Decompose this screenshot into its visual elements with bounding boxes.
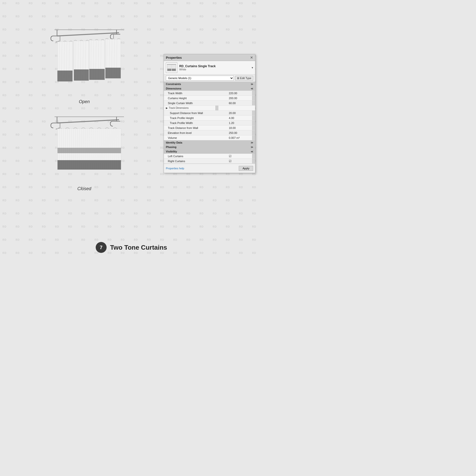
edit-type-button[interactable]: ⊞ Edit Type <box>235 76 253 81</box>
apply-button[interactable]: Apply <box>239 166 253 171</box>
visibility-collapse-icon[interactable]: ≪ <box>251 150 253 153</box>
svg-rect-84 <box>172 69 176 71</box>
right-curtains-sidebar <box>252 159 255 163</box>
svg-rect-30 <box>89 69 105 80</box>
single-curtain-width-label: Single Curtain Width <box>164 101 227 105</box>
track-distance-label: Track Distance from Wall <box>164 126 227 130</box>
curtains-height-sidebar <box>252 96 255 100</box>
track-distance-sidebar <box>252 125 255 130</box>
track-profile-width-row: Track Profile Width 1.20 <box>164 120 255 125</box>
illustrations-area: Open <box>32 20 136 191</box>
track-profile-height-sidebar <box>252 116 255 120</box>
volume-sidebar <box>252 135 255 140</box>
open-label: Open <box>32 99 136 104</box>
visibility-section-header[interactable]: Visibility ≪ <box>164 149 255 154</box>
left-curtains-sidebar <box>252 154 255 158</box>
svg-rect-15 <box>58 71 72 81</box>
main-content: Open <box>0 0 263 263</box>
close-button[interactable]: ✕ <box>250 56 253 60</box>
bottom-badge: 7 Two Tone Curtains <box>0 242 263 253</box>
track-dimensions-row: ▶ Track Dimensions <box>164 106 255 111</box>
dimensions-label: Dimensions <box>166 87 181 90</box>
single-curtain-width-value[interactable]: 60.00 <box>227 101 252 105</box>
track-profile-height-row: Track Profile Height 4.00 <box>164 116 255 120</box>
svg-rect-79 <box>58 148 121 153</box>
single-curtain-width-sidebar <box>252 101 255 105</box>
identity-data-section-header[interactable]: Identity Data ≫ <box>164 140 255 145</box>
elevation-row: Elevation from level 250.00 <box>164 130 255 135</box>
support-distance-value[interactable]: 20.00 <box>227 111 252 115</box>
type-selector-row: Generic Models (1) ⊞ Edit Type <box>164 75 255 82</box>
track-distance-row: Track Distance from Wall 18.00 <box>164 125 255 130</box>
panel-header: RD_Curtains Single Track White ▾ <box>164 61 255 75</box>
track-width-sidebar <box>252 91 255 95</box>
track-profile-width-label: Track Profile Width <box>164 121 227 125</box>
support-distance-sidebar <box>252 111 255 115</box>
component-name: RD_Curtains Single Track White <box>179 64 250 71</box>
svg-line-3 <box>57 33 119 36</box>
right-curtains-row: Right Curtains ☑ <box>164 159 255 164</box>
identity-data-collapse-icon[interactable]: ≫ <box>251 141 253 144</box>
left-curtains-row: Left Curtains ☑ <box>164 154 255 159</box>
visibility-label: Visibility <box>166 150 177 153</box>
edit-type-icon: ⊞ <box>237 77 239 80</box>
curtains-height-label: Curtains Height <box>164 96 227 100</box>
dimensions-collapse-icon[interactable]: ≪ <box>251 87 253 90</box>
curtains-height-row: Curtains Height 200.00 <box>164 96 255 101</box>
edit-type-label: Edit Type <box>240 77 251 80</box>
closed-label: Closed <box>32 186 136 191</box>
open-curtain-svg <box>40 20 129 99</box>
elevation-label: Elevation from level <box>164 131 227 135</box>
track-distance-value[interactable]: 18.00 <box>227 126 252 130</box>
elevation-sidebar <box>252 130 255 135</box>
closed-curtain-svg <box>40 107 129 186</box>
component-name-line1: RD_Curtains Single Track <box>179 64 250 68</box>
constraints-collapse-icon[interactable]: ≫ <box>251 83 253 86</box>
volume-row: Volume 0.007 m³ <box>164 135 255 140</box>
track-profile-height-label: Track Profile Height <box>164 116 227 120</box>
identity-data-label: Identity Data <box>166 141 182 144</box>
track-dimensions-label: Track Dimensions <box>169 107 189 109</box>
right-curtains-checkbox[interactable]: ☑ <box>227 159 252 163</box>
svg-rect-23 <box>74 69 89 81</box>
volume-label: Volume <box>164 136 227 140</box>
properties-panel: Properties ✕ RD_Curtains Single Tr <box>164 54 255 173</box>
properties-help-link[interactable]: Properties help <box>166 167 184 170</box>
curtains-height-value[interactable]: 200.00 <box>227 96 252 100</box>
left-curtains-label: Left Curtains <box>164 154 227 158</box>
single-curtain-width-row: Single Curtain Width 60.00 <box>164 101 255 106</box>
track-width-label: Track Width <box>164 91 227 95</box>
badge-number: 7 <box>96 242 107 253</box>
constraints-section-header[interactable]: Constraints ≫ <box>164 82 255 86</box>
panel-titlebar: Properties ✕ <box>164 54 255 61</box>
track-width-value[interactable]: 220.00 <box>227 91 252 95</box>
elevation-value[interactable]: 250.00 <box>227 131 252 135</box>
svg-rect-78 <box>58 160 121 170</box>
panel-footer: Properties help Apply <box>164 164 255 173</box>
open-curtain-area: Open <box>32 20 136 104</box>
track-dimensions-value <box>191 108 215 109</box>
header-dropdown-arrow[interactable]: ▾ <box>252 66 253 69</box>
expand-triangle-icon: ▶ <box>166 107 168 109</box>
phasing-label: Phasing <box>166 146 177 149</box>
badge-title: Two Tone Curtains <box>110 244 167 251</box>
left-curtains-checkbox[interactable]: ☑ <box>227 154 252 158</box>
component-thumbnail <box>166 62 177 73</box>
panel-title: Properties <box>166 56 182 60</box>
volume-value: 0.007 m³ <box>227 136 252 140</box>
track-dimensions-sidebar <box>215 106 218 110</box>
type-selector-dropdown[interactable]: Generic Models (1) <box>166 76 234 81</box>
component-name-line2: White <box>179 68 250 71</box>
svg-line-41 <box>57 120 119 123</box>
track-dimensions-expand[interactable]: ▶ Track Dimensions <box>164 106 191 110</box>
track-profile-width-sidebar <box>252 120 255 125</box>
svg-rect-82 <box>167 69 171 71</box>
track-profile-width-value[interactable]: 1.20 <box>227 121 252 125</box>
support-distance-row: Support Distance from Wall 20.00 <box>164 111 255 116</box>
track-profile-height-value[interactable]: 4.00 <box>227 116 252 120</box>
phasing-collapse-icon[interactable]: ≫ <box>251 146 253 149</box>
phasing-section-header[interactable]: Phasing ≫ <box>164 145 255 149</box>
constraints-label: Constraints <box>166 83 181 86</box>
dimensions-section-header[interactable]: Dimensions ≪ <box>164 86 255 91</box>
svg-rect-37 <box>105 68 121 78</box>
